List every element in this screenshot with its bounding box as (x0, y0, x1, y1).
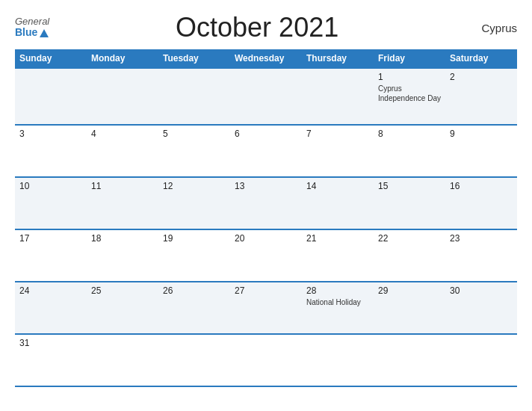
day-number: 6 (235, 129, 297, 139)
calendar-cell: 3 (15, 125, 87, 177)
day-number: 4 (91, 129, 154, 139)
calendar-cell: 10 (15, 177, 87, 229)
day-number: 29 (378, 285, 441, 296)
day-number: 28 (306, 285, 369, 296)
calendar-cell: 15 (374, 177, 445, 229)
calendar-cell: 4 (87, 125, 158, 177)
calendar-cell: 14 (302, 177, 374, 229)
calendar-cell: 17 (15, 229, 87, 282)
calendar-cell: 16 (445, 177, 517, 229)
day-number: 25 (91, 285, 154, 296)
calendar-cell (302, 68, 374, 125)
calendar-cell: 20 (230, 229, 302, 282)
day-number: 23 (450, 233, 513, 244)
day-number: 21 (306, 233, 369, 244)
day-number: 26 (163, 285, 226, 296)
day-number: 8 (378, 129, 441, 139)
calendar-cell: 21 (302, 229, 374, 282)
calendar-cell: 26 (158, 282, 230, 334)
col-thursday: Thursday (302, 49, 374, 68)
day-number: 18 (91, 233, 154, 244)
calendar-cell (445, 334, 517, 386)
calendar-week-row: 3456789 (15, 125, 517, 177)
day-number: 22 (378, 233, 441, 244)
calendar-cell: 24 (15, 282, 87, 334)
day-number: 20 (235, 233, 297, 244)
day-number: 24 (19, 285, 82, 296)
calendar-cell: 28National Holiday (302, 282, 374, 334)
calendar-cell (87, 334, 158, 386)
calendar-cell: 7 (302, 125, 374, 177)
page-header: General Blue October 2021 Cyprus (15, 12, 517, 43)
day-number: 2 (450, 72, 513, 82)
day-number: 14 (306, 181, 369, 191)
calendar-cell: 12 (158, 177, 230, 229)
calendar-cell (15, 68, 87, 125)
day-number: 12 (163, 181, 226, 191)
day-number: 10 (19, 181, 82, 191)
calendar-cell: 2 (445, 68, 517, 125)
day-number: 13 (235, 181, 297, 191)
calendar-header-row: Sunday Monday Tuesday Wednesday Thursday… (15, 49, 517, 68)
day-number: 17 (19, 233, 82, 244)
day-number: 30 (450, 285, 513, 296)
calendar-cell: 29 (374, 282, 445, 334)
calendar-week-row: 10111213141516 (15, 177, 517, 229)
country-label: Cyprus (465, 22, 517, 34)
logo-triangle-icon (40, 29, 49, 37)
calendar-cell (302, 334, 374, 386)
calendar-cell: 30 (445, 282, 517, 334)
calendar-week-row: 17181920212223 (15, 229, 517, 282)
day-number: 3 (19, 129, 82, 139)
event-label: National Holiday (306, 297, 369, 307)
logo-blue: Blue (15, 27, 37, 38)
calendar-week-row: 1Cyprus Independence Day2 (15, 68, 517, 125)
calendar-week-row: 2425262728National Holiday2930 (15, 282, 517, 334)
col-tuesday: Tuesday (158, 49, 230, 68)
col-sunday: Sunday (15, 49, 87, 68)
day-number: 15 (378, 181, 441, 191)
calendar-cell: 27 (230, 282, 302, 334)
calendar-cell: 31 (15, 334, 87, 386)
calendar-cell: 13 (230, 177, 302, 229)
day-number: 11 (91, 181, 154, 191)
calendar-cell (158, 68, 230, 125)
day-number: 1 (378, 72, 441, 82)
day-number: 19 (163, 233, 226, 244)
calendar-week-row: 31 (15, 334, 517, 386)
day-number: 5 (163, 129, 226, 139)
calendar-cell: 18 (87, 229, 158, 282)
calendar-cell (158, 334, 230, 386)
calendar-page: General Blue October 2021 Cyprus Sunday … (0, 0, 532, 411)
calendar-cell (87, 68, 158, 125)
calendar-cell (230, 68, 302, 125)
day-number: 16 (450, 181, 513, 191)
calendar-cell: 9 (445, 125, 517, 177)
calendar-cell (374, 334, 445, 386)
calendar-table: Sunday Monday Tuesday Wednesday Thursday… (15, 49, 517, 387)
calendar-cell: 22 (374, 229, 445, 282)
day-number: 9 (450, 129, 513, 139)
col-wednesday: Wednesday (230, 49, 302, 68)
calendar-cell: 25 (87, 282, 158, 334)
calendar-cell: 1Cyprus Independence Day (374, 68, 445, 125)
calendar-cell: 5 (158, 125, 230, 177)
col-saturday: Saturday (445, 49, 517, 68)
calendar-cell: 19 (158, 229, 230, 282)
day-number: 31 (19, 338, 82, 348)
calendar-cell: 11 (87, 177, 158, 229)
logo: General Blue (15, 16, 49, 39)
col-friday: Friday (374, 49, 445, 68)
calendar-cell: 6 (230, 125, 302, 177)
day-number: 7 (306, 129, 369, 139)
calendar-cell: 8 (374, 125, 445, 177)
col-monday: Monday (87, 49, 158, 68)
calendar-cell: 23 (445, 229, 517, 282)
logo-blue-row: Blue (15, 27, 49, 38)
month-title: October 2021 (49, 12, 465, 43)
day-number: 27 (235, 285, 297, 296)
logo-general: General (15, 16, 49, 27)
calendar-cell (230, 334, 302, 386)
event-label: Cyprus Independence Day (378, 84, 441, 103)
